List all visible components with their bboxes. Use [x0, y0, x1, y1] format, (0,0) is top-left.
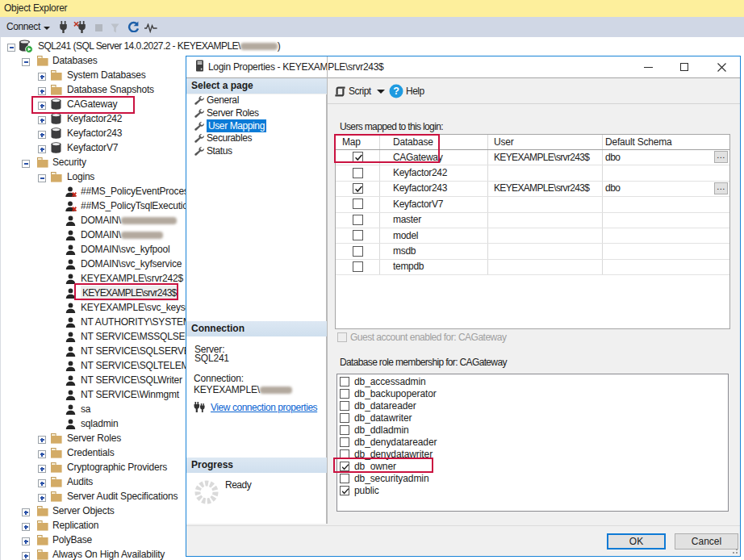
svg-text:?: ?: [393, 86, 399, 97]
